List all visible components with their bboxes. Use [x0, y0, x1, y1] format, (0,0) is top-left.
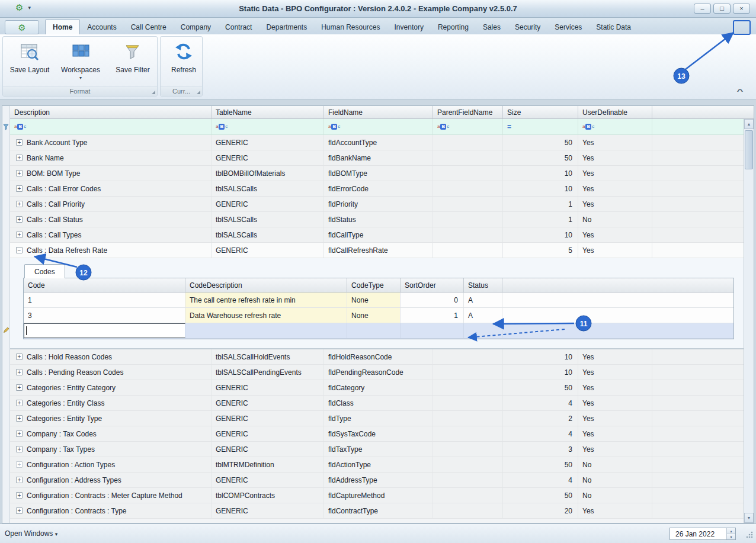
- column-header-parentfieldname[interactable]: ParentFieldName: [433, 106, 503, 118]
- ribbon-collapse-icon[interactable]: ^: [729, 88, 751, 96]
- cell-codetype[interactable]: [347, 323, 401, 338]
- subgrid-row[interactable]: 3 Data Warehouse refresh rate None 1 A: [24, 308, 733, 323]
- tab-security[interactable]: Security: [508, 20, 547, 34]
- grid-row[interactable]: +Categories : Entity TypeGENERICfldType2…: [10, 411, 744, 426]
- filter-cell-userdefinable[interactable]: aBc: [578, 119, 652, 134]
- tab-contract[interactable]: Contract: [218, 20, 259, 34]
- spinner-down-icon[interactable]: ▾: [727, 534, 735, 539]
- column-header-code[interactable]: Code: [24, 278, 185, 292]
- expand-icon[interactable]: +: [16, 384, 23, 391]
- grid-row[interactable]: +Configuration : Action TypestblMTRMDefi…: [10, 457, 744, 473]
- tab-company[interactable]: Company: [174, 20, 218, 34]
- expand-icon[interactable]: +: [16, 139, 23, 146]
- cell-tablename: GENERIC: [212, 243, 324, 258]
- grid-row[interactable]: +Calls : Call Error CodestblSALSCallsfld…: [10, 181, 744, 197]
- grid-row[interactable]: +Bank Account TypeGENERICfldAccountType5…: [10, 135, 744, 150]
- grid-row[interactable]: +Company : Tax TypesGENERICfldTaxType3Ye…: [10, 442, 744, 457]
- tab-sales[interactable]: Sales: [476, 20, 508, 34]
- scrollbar-thumb[interactable]: [745, 130, 753, 169]
- column-header-description[interactable]: Description: [10, 106, 212, 118]
- grid-row[interactable]: +Company : Tax CodesGENERICfldSysTaxCode…: [10, 426, 744, 442]
- scroll-down-icon[interactable]: ▼: [744, 513, 754, 523]
- column-header-size[interactable]: Size: [503, 106, 578, 118]
- dialog-launcher-icon[interactable]: [152, 91, 155, 94]
- collapse-icon[interactable]: −: [16, 247, 23, 253]
- filter-cell-parentfieldname[interactable]: aBc: [433, 119, 503, 134]
- tab-static-data[interactable]: Static Data: [589, 20, 638, 34]
- cell-codedescription[interactable]: [185, 323, 347, 338]
- grid-row[interactable]: +Configuration : Address TypesGENERICfld…: [10, 473, 744, 488]
- cell-description: +Company : Tax Types: [10, 442, 212, 457]
- tab-call-centre[interactable]: Call Centre: [124, 20, 174, 34]
- row-description-text: Calls : Call Priority: [27, 200, 85, 208]
- expand-icon[interactable]: +: [16, 369, 23, 375]
- spinner-up-icon[interactable]: ▴: [727, 528, 735, 534]
- grid-row[interactable]: +Categories : Entity ClassGENERICfldClas…: [10, 396, 744, 411]
- grid-row[interactable]: −Calls : Data Refresh RateGENERICfldCall…: [10, 243, 744, 258]
- tab-home[interactable]: Home: [45, 20, 80, 34]
- cell-sortorder[interactable]: [401, 323, 464, 338]
- expand-icon[interactable]: +: [16, 507, 23, 514]
- grid-row[interactable]: +Calls : Pending Reason CodestblSALSCall…: [10, 365, 744, 380]
- grid-row[interactable]: +Configuration : Contracts : TypeGENERIC…: [10, 503, 744, 519]
- expand-icon[interactable]: +: [16, 492, 23, 499]
- tab-human-resources[interactable]: Human Resources: [314, 20, 387, 34]
- expand-icon[interactable]: +: [16, 155, 23, 161]
- column-header-status[interactable]: Status: [464, 278, 502, 292]
- column-header-fieldname[interactable]: FieldName: [324, 106, 433, 118]
- window-minimize-button[interactable]: –: [694, 4, 711, 14]
- open-windows-dropdown[interactable]: Open Windows ▾: [5, 529, 57, 538]
- column-header-codetype[interactable]: CodeType: [347, 278, 401, 292]
- vertical-scrollbar[interactable]: ▲ ▼: [744, 119, 754, 523]
- filter-cell-fieldname[interactable]: aBc: [324, 119, 433, 134]
- column-header-tablename[interactable]: TableName: [212, 106, 324, 118]
- window-maximize-button[interactable]: □: [713, 4, 731, 14]
- expand-icon[interactable]: +: [16, 216, 23, 223]
- refresh-button[interactable]: Refresh: [161, 39, 206, 85]
- grid-row[interactable]: +Calls : Call PriorityGENERICfldPriority…: [10, 197, 744, 212]
- expand-icon[interactable]: +: [16, 415, 23, 422]
- expand-icon[interactable]: +: [16, 461, 23, 468]
- window-close-button[interactable]: ×: [733, 4, 750, 14]
- grid-row[interactable]: +BOM: BOM TypetblBOMBillOfMaterialsfldBO…: [10, 166, 744, 181]
- date-picker[interactable]: 26 Jan 2022 ▴ ▾: [669, 528, 736, 540]
- expand-icon[interactable]: +: [16, 185, 23, 192]
- expand-icon[interactable]: +: [16, 170, 23, 176]
- save-layout-button[interactable]: Save Layout: [7, 39, 52, 85]
- grid-row[interactable]: +Categories : Entity CategoryGENERICfldC…: [10, 380, 744, 396]
- grid-row[interactable]: +Calls : Call StatustblSALSCallsfldStatu…: [10, 212, 744, 227]
- dialog-launcher-icon[interactable]: [197, 91, 200, 94]
- tab-inventory[interactable]: Inventory: [387, 20, 431, 34]
- column-header-codedescription[interactable]: CodeDescription: [185, 278, 347, 292]
- cell-status[interactable]: [464, 323, 502, 338]
- tab-services[interactable]: Services: [547, 20, 589, 34]
- subgrid-new-row[interactable]: [24, 323, 733, 339]
- expand-icon[interactable]: +: [16, 354, 23, 360]
- tab-accounts[interactable]: Accounts: [80, 20, 123, 34]
- resize-grip[interactable]: [745, 531, 754, 541]
- new-row-code-editor[interactable]: [24, 323, 185, 338]
- expand-icon[interactable]: +: [16, 446, 23, 452]
- expand-icon[interactable]: +: [16, 430, 23, 437]
- expand-icon[interactable]: +: [16, 400, 23, 406]
- column-header-userdefinable[interactable]: UserDefinable: [578, 106, 652, 118]
- grid-row[interactable]: +Calls : Call TypestblSALSCallsfldCallTy…: [10, 227, 744, 243]
- filter-cell-size[interactable]: =: [503, 119, 578, 134]
- grid-row[interactable]: +Configuration : Contracts : Meter Captu…: [10, 488, 744, 503]
- scroll-up-icon[interactable]: ▲: [744, 119, 754, 129]
- expand-icon[interactable]: +: [16, 232, 23, 238]
- application-menu-button[interactable]: ⚙: [5, 20, 39, 34]
- tab-departments[interactable]: Departments: [259, 20, 314, 34]
- grid-row[interactable]: +Bank NameGENERICfldBankName50Yes: [10, 150, 744, 166]
- filter-cell-description[interactable]: aBc: [10, 119, 212, 134]
- grid-row[interactable]: +Calls : Hold Reason CodestblSALSCallHol…: [10, 349, 744, 365]
- save-filter-button[interactable]: Save Filter: [110, 39, 155, 85]
- tab-codes[interactable]: Codes: [24, 264, 65, 278]
- column-header-sortorder[interactable]: SortOrder: [401, 278, 464, 292]
- expand-icon[interactable]: +: [16, 201, 23, 207]
- expand-icon[interactable]: +: [16, 477, 23, 483]
- tab-reporting[interactable]: Reporting: [431, 20, 476, 34]
- filter-cell-tablename[interactable]: aBc: [212, 119, 324, 134]
- subgrid-row[interactable]: 1 The call centre refresh rate in min No…: [24, 293, 733, 308]
- workspaces-button[interactable]: Workspaces ▾: [58, 39, 103, 85]
